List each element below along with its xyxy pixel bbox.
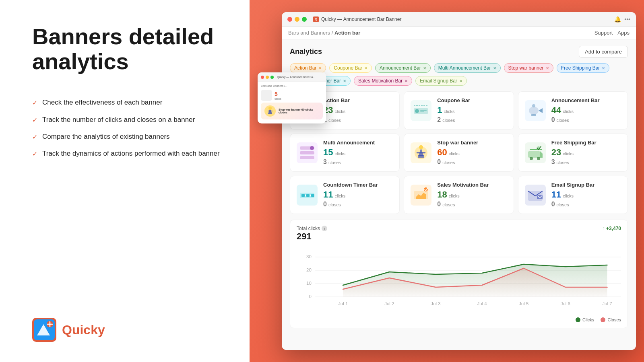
svg-text:Jul 2: Jul 2 <box>384 302 394 306</box>
support-link[interactable]: Support <box>594 30 613 36</box>
sales-motivation-bar-clicks: 18 clicks <box>437 189 507 200</box>
email-signup-bar-clicks-num: 11 <box>551 189 561 200</box>
tag-close-sales-motivation-bar[interactable]: ✕ <box>405 79 408 83</box>
action-bar-name: Action Bar <box>323 97 393 103</box>
chart-total-label: Total clicks i <box>297 226 327 231</box>
svg-text:Jul 7: Jul 7 <box>602 302 612 306</box>
multi-announcement-info: Multi Announcement 15 clicks 3 closes <box>323 140 393 166</box>
countdown-timer-bar-icon <box>297 185 318 206</box>
stop-war-banner-icon <box>411 142 431 163</box>
email-signup-bar-clicks: 11 clicks <box>551 189 621 200</box>
action-bar-closes: 1 closes <box>323 116 393 123</box>
apps-link[interactable]: Apps <box>617 30 630 36</box>
svg-point-40 <box>310 195 311 196</box>
bell-icon[interactable]: 🔔 <box>614 16 621 23</box>
chart-info-icon: i <box>322 226 327 231</box>
stop-war-banner-closes-label: closes <box>442 160 455 165</box>
svg-point-28 <box>419 145 423 149</box>
tab-title: Quicky — Announcement Bar Banner <box>321 16 401 22</box>
announcement-bar-clicks: 44 clicks <box>551 105 621 115</box>
sales-motivation-bar-info: Sales Motivation Bar 18 clicks 0 closes <box>437 182 507 208</box>
metric-card-sales-motivation-bar: Sales Motivation Bar 18 clicks 0 closes <box>404 176 514 214</box>
svg-text:20: 20 <box>306 268 312 272</box>
svg-point-32 <box>537 157 540 160</box>
small-metric-label: clicks <box>275 97 281 100</box>
svg-rect-37 <box>306 194 310 197</box>
countdown-timer-bar-closes-num: 0 <box>323 201 327 208</box>
tag-free-shipping-bar[interactable]: Free Shipping Bar ✕ <box>557 63 610 73</box>
tag-action-bar[interactable]: Action Bar ✕ <box>290 63 326 73</box>
metric-card-coupone-bar: Coupone Bar 1 clicks 2 closes <box>404 91 514 130</box>
browser-toolbar-right: 🔔 ••• <box>614 16 630 23</box>
legend-clicks: Clicks <box>576 317 594 322</box>
chart-total-info: Total clicks i 291 <box>297 226 327 246</box>
analytics-chart: 30 20 10 0 Jul 1 Jul 2 Jul 3 Jul 4 Jul 5… <box>297 249 621 313</box>
small-metric-row: 5 clicks <box>261 90 323 101</box>
announcement-bar-closes: 0 closes <box>551 116 621 123</box>
email-signup-bar-name: Email Signup Bar <box>551 182 621 188</box>
tag-close-announcement-bar[interactable]: ✕ <box>423 66 426 70</box>
metric-card-email-signup-bar: Email Signup Bar 11 clicks 0 closes <box>518 176 628 214</box>
svg-point-17 <box>529 107 539 115</box>
tag-close-multi-announcement-bar[interactable]: ✕ <box>493 66 496 70</box>
feature-item-2: ✓ Track the number of clicks and closes … <box>32 115 225 125</box>
add-compare-button[interactable]: Add to compare <box>579 46 628 58</box>
stop-war-banner-clicks-label: clicks <box>449 151 460 156</box>
svg-point-20 <box>532 104 535 107</box>
tag-announcement-bar[interactable]: Announcement Bar ✕ <box>375 63 431 73</box>
chart-increase: ↑ +3,470 <box>603 226 621 231</box>
check-icon-3: ✓ <box>32 133 37 142</box>
small-metric-info: 5 clicks <box>275 91 281 100</box>
email-signup-bar-closes-num: 0 <box>551 201 555 208</box>
tag-sales-motivation-bar[interactable]: Sales Motivation Bar ✕ <box>354 76 412 86</box>
tag-close-stop-war-banner[interactable]: ✕ <box>546 66 549 70</box>
app-header: Bars and Banners / Action bar Support Ap… <box>282 27 636 39</box>
filter-tags: Action Bar ✕ Coupone Bar ✕ Announcement … <box>290 63 628 86</box>
free-shipping-bar-clicks-label: clicks <box>563 151 574 156</box>
email-signup-bar-info: Email Signup Bar 11 clicks 0 closes <box>551 182 621 208</box>
metric-card-announcement-bar: Announcement Bar 44 clicks 0 closes <box>518 91 628 130</box>
countdown-timer-bar-clicks: 11 clicks <box>323 189 393 200</box>
multi-announcement-icon <box>297 142 318 163</box>
svg-rect-38 <box>311 194 314 197</box>
tag-close-action-bar[interactable]: ✕ <box>318 66 322 70</box>
stop-war-banner-clicks-num: 60 <box>437 147 447 158</box>
tag-email-signup-bar[interactable]: Email Signup Bar ✕ <box>415 76 467 86</box>
left-content: Banners detailed analytics ✓ Check the e… <box>32 24 225 159</box>
metrics-grid: Action Bar 23 clicks 1 closes <box>290 91 628 214</box>
free-shipping-bar-clicks: 23 clicks <box>551 147 621 158</box>
countdown-timer-bar-closes: 0 closes <box>323 201 393 208</box>
countdown-timer-bar-closes-label: closes <box>328 202 341 207</box>
svg-rect-19 <box>531 114 536 116</box>
svg-rect-36 <box>301 194 305 197</box>
tag-close-email-signup-bar[interactable]: ✕ <box>459 79 462 83</box>
svg-rect-24 <box>300 156 314 159</box>
feature-item-4: ✓ Track the dynamics of actions performe… <box>32 149 225 158</box>
sales-motivation-bar-clicks-num: 18 <box>437 189 447 200</box>
tag-close-free-shipping-bar[interactable]: ✕ <box>602 66 605 70</box>
svg-point-39 <box>305 195 306 196</box>
tag-close-countdown-timer-bar[interactable]: ✕ <box>343 79 346 83</box>
stop-war-icon <box>264 105 276 117</box>
right-panel: Quicky — Announcement Ba... Bars and Ban… <box>250 0 644 362</box>
svg-text:10: 10 <box>306 281 312 286</box>
svg-text:Jul 1: Jul 1 <box>338 302 348 306</box>
announcement-bar-clicks-label: clicks <box>563 109 574 114</box>
coupone-bar-info: Coupone Bar 1 clicks 2 closes <box>437 97 507 123</box>
small-browser-window: Quicky — Announcement Ba... Bars and Ban… <box>258 72 326 123</box>
coupone-bar-clicks-label: clicks <box>444 109 455 114</box>
free-shipping-bar-closes-label: closes <box>557 160 569 165</box>
tag-multi-announcement-bar[interactable]: Multi Announcement Bar ✕ <box>434 63 501 73</box>
sales-motivation-bar-name: Sales Motivation Bar <box>437 182 507 188</box>
tag-coupone-bar[interactable]: Coupone Bar ✕ <box>329 63 372 73</box>
chart-legend: Clicks Closes <box>297 317 621 322</box>
tag-close-coupone-bar[interactable]: ✕ <box>364 66 367 70</box>
arrow-up-icon: ↑ <box>603 226 605 231</box>
action-bar-clicks: 23 clicks <box>323 105 393 115</box>
tag-stop-war-banner[interactable]: Stop war banner ✕ <box>504 63 553 73</box>
coupone-bar-closes-label: closes <box>442 118 455 123</box>
left-panel: Banners detailed analytics ✓ Check the e… <box>0 0 250 362</box>
more-icon[interactable]: ••• <box>624 16 630 23</box>
metric-card-multi-announcement: Multi Announcement 15 clicks 3 closes <box>290 134 400 172</box>
small-metric-num: 5 <box>275 91 281 97</box>
